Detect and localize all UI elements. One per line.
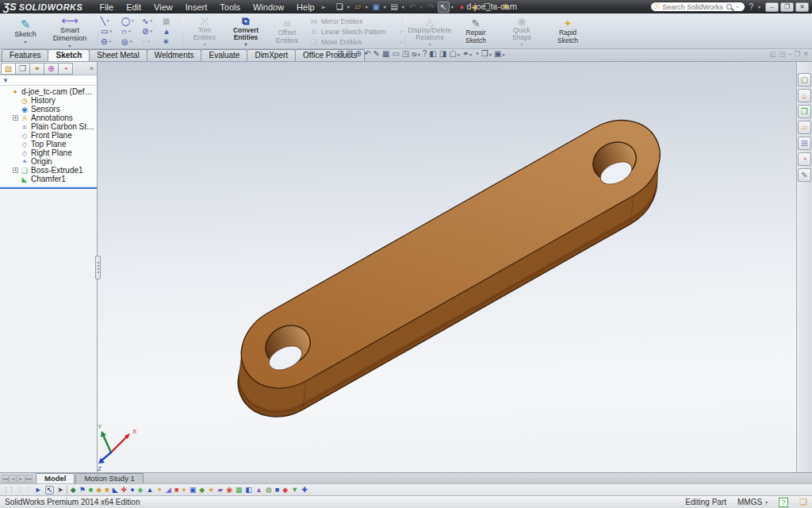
tree-origin[interactable]: + ⌖ Origin xyxy=(2,157,97,166)
quick-icon[interactable]: ▤ xyxy=(389,2,400,13)
help-search-box[interactable]: ⚿ ▾ xyxy=(650,2,745,12)
tree-material[interactable]: + ≡ Plain Carbon Steel xyxy=(2,122,97,131)
bottom-toolbar-icon[interactable]: ⚑ xyxy=(79,487,86,494)
tree-chamfer1[interactable]: + ◣ Chamfer1 xyxy=(2,175,97,183)
display-delete-relations-button[interactable]: ◬ Display/Delete Relations ▾ xyxy=(407,14,453,48)
doc-close-button[interactable]: ✕ xyxy=(802,51,809,58)
headsup-icon[interactable]: ✎ xyxy=(373,50,380,58)
bottom-toolbar-icon[interactable]: ✦ xyxy=(156,487,163,494)
menu-view[interactable]: View xyxy=(148,2,178,13)
bottom-toolbar-icon[interactable]: ◆ xyxy=(71,487,76,494)
tree-history[interactable]: + ◷ History xyxy=(2,96,97,105)
offset-entities-button[interactable]: ≋ Offset Entities xyxy=(266,14,308,48)
select-tool-icon[interactable]: ↖ xyxy=(45,486,55,495)
clear-selections-icon[interactable]: ▽ xyxy=(26,487,32,494)
quick-icon[interactable]: ↷ xyxy=(425,2,437,13)
tree-filter-bar[interactable]: ▼ xyxy=(0,75,97,86)
point-icon[interactable]: ◎ ▾ xyxy=(120,37,140,47)
tab-evaluate[interactable]: Evaluate xyxy=(201,49,247,61)
tile-icon[interactable]: ◳ xyxy=(779,51,786,58)
headsup-icon[interactable]: ❒ xyxy=(481,50,488,58)
headsup-icon[interactable]: ⊞ xyxy=(346,50,352,58)
quick-icon[interactable]: ↖ xyxy=(438,2,450,13)
sketch-fillet-icon[interactable]: ⌐ ▾ xyxy=(140,37,161,47)
tab-scroll-last[interactable]: ▶▶ xyxy=(25,475,33,483)
help-caret-icon[interactable]: ▾ xyxy=(756,4,762,10)
menu-insert[interactable]: Insert xyxy=(180,2,213,13)
quick-icon[interactable]: ▱ xyxy=(352,2,364,13)
bottom-toolbar-icon[interactable]: ◍ xyxy=(266,487,272,494)
bottom-toolbar-icon[interactable]: ◆ xyxy=(199,487,205,494)
smart-dimension-button[interactable]: ⟷ Smart Dimension ▾ xyxy=(46,14,94,48)
quick-snaps-button[interactable]: ◉ Quick Snaps ▾ xyxy=(499,14,545,48)
trim-entities-button[interactable]: ⤫ Trim Entities ▾ xyxy=(184,14,225,48)
repair-sketch-button[interactable]: ✎ Repair Sketch xyxy=(453,14,499,48)
expand-icon[interactable]: + xyxy=(13,167,18,173)
corner-rectangle-icon[interactable]: ▭ ▾ xyxy=(99,26,120,37)
circle-icon[interactable]: ◯ ▾ xyxy=(120,16,140,26)
bottom-toolbar-icon[interactable]: ▼ xyxy=(291,487,298,494)
line-icon[interactable]: ╲ ▾ xyxy=(99,16,120,26)
tree-front-plane[interactable]: + ◇ Front Plane xyxy=(2,131,97,140)
configurationmanager-tab[interactable]: ⚭ xyxy=(29,63,44,75)
tree-annotations[interactable]: + A Annotations xyxy=(2,114,97,122)
menu-tools[interactable]: Tools xyxy=(214,2,246,13)
tree-boss-extrude1[interactable]: + ❏ Boss-Extrude1 xyxy=(2,166,97,175)
motion-study-tab[interactable]: Motion Study 1 xyxy=(75,473,143,483)
headsup-icon[interactable]: ⚭ xyxy=(462,50,469,58)
headsup-icon[interactable]: ◨ xyxy=(439,50,446,58)
bottom-toolbar-icon[interactable]: ◣ xyxy=(113,487,118,494)
bottom-toolbar-icon[interactable]: ◆ xyxy=(96,487,102,494)
quick-icon[interactable]: ▣ xyxy=(370,2,382,13)
move-entities-button[interactable]: ❏ Move Entities ▾ xyxy=(310,37,402,47)
bottom-toolbar-icon[interactable]: ■ xyxy=(174,487,178,494)
displaymanager-tab[interactable]: ◔ xyxy=(58,63,73,75)
linear-sketch-pattern-button[interactable]: ≣ Linear Sketch Pattern ▾ xyxy=(310,27,402,37)
dimxpertmanager-tab[interactable]: ⊕ xyxy=(44,63,59,75)
units-caret-icon[interactable]: ▾ xyxy=(765,499,768,505)
home-icon[interactable]: ⌂ xyxy=(798,89,811,102)
pin-icon[interactable]: ➢ xyxy=(320,3,326,11)
help-icon[interactable]: ? xyxy=(749,2,753,11)
bottom-toolbar-icon[interactable]: ◧ xyxy=(246,487,253,494)
straight-slot-icon[interactable]: ⊖ ▾ xyxy=(99,37,120,47)
minimize-button[interactable]: – xyxy=(765,2,779,12)
headsup-icon[interactable]: ⊡ xyxy=(337,50,343,58)
bottom-toolbar-icon[interactable]: ◢ xyxy=(166,487,171,494)
bottom-toolbar-icon[interactable]: ◉ xyxy=(226,487,232,494)
menu-file[interactable]: File xyxy=(94,2,119,13)
doc-minimize-button[interactable]: – xyxy=(787,51,791,58)
bottom-toolbar-icon[interactable]: ● xyxy=(182,487,186,494)
model-tab[interactable]: Model xyxy=(36,473,75,483)
tree-top-plane[interactable]: + ◇ Top Plane xyxy=(2,140,97,148)
tree-right-plane[interactable]: + ◇ Right Plane xyxy=(2,148,97,157)
search-input[interactable] xyxy=(662,3,724,11)
graphics-viewport[interactable]: X Y Z xyxy=(98,62,796,472)
bottom-toolbar-icon[interactable]: ● xyxy=(130,487,134,494)
close-button[interactable]: ✕ xyxy=(795,2,809,12)
move-tool-icon[interactable]: ➤ xyxy=(57,487,63,494)
ellipse-icon[interactable]: ⊘ ▾ xyxy=(140,26,161,37)
custom-properties-icon[interactable]: ✎ xyxy=(798,168,811,182)
rapid-sketch-button[interactable]: ✦ Rapid Sketch xyxy=(545,14,591,48)
headsup-icon[interactable]: ⧅ xyxy=(412,50,416,58)
headsup-icon[interactable]: ◧ xyxy=(429,50,436,58)
bottom-toolbar-icon[interactable]: ✚ xyxy=(301,487,308,494)
selection-filter-icon[interactable]: ▽ xyxy=(17,487,23,494)
menu-edit[interactable]: Edit xyxy=(121,2,147,13)
tree-sensors[interactable]: + ◉ Sensors xyxy=(2,105,97,114)
tab-sheet-metal[interactable]: Sheet Metal xyxy=(89,49,147,61)
panel-overflow-icon[interactable]: » xyxy=(90,64,97,72)
quick-icon[interactable]: ↶ xyxy=(407,2,419,13)
tab-weldments[interactable]: Weldments xyxy=(147,49,202,61)
solidworks-resources-icon[interactable]: ▢ xyxy=(798,73,811,87)
bottom-toolbar-icon[interactable]: ▲ xyxy=(255,487,262,494)
bottom-toolbar-icon[interactable]: ◈ xyxy=(138,487,144,494)
tree-root[interactable]: + ✦ d-joe_tc-cam (Default<<Default- xyxy=(2,87,97,96)
bottom-toolbar-icon[interactable]: ■ xyxy=(275,487,279,494)
doc-restore-button[interactable]: ❐ xyxy=(794,51,800,58)
featuremanager-tab[interactable]: ▤ xyxy=(1,63,16,75)
toolbar-grip[interactable]: ⋮⋮ xyxy=(2,486,13,494)
units-text[interactable]: MMGS xyxy=(737,498,762,506)
restore-button[interactable]: ❐ xyxy=(780,2,794,12)
